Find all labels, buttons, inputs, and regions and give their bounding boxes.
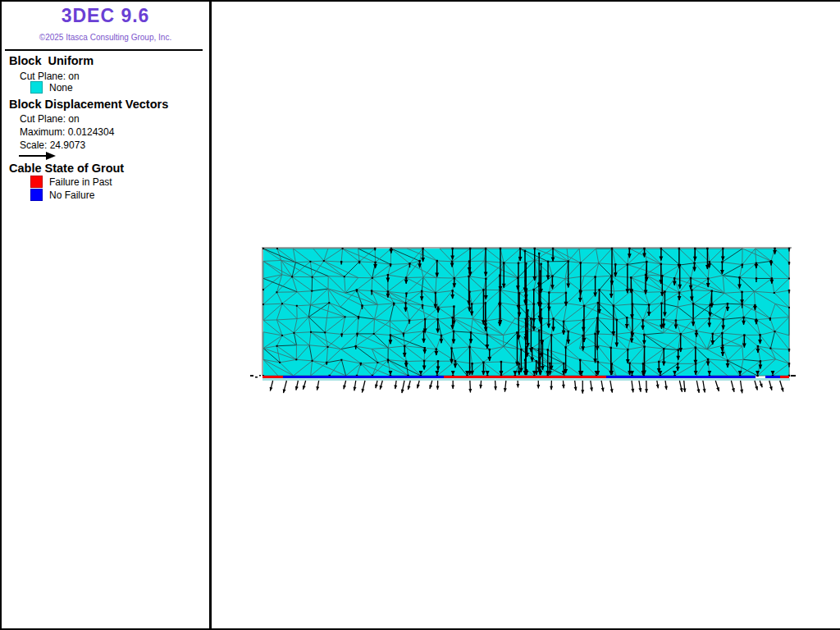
section-heading-cable-grout: Cable State of Grout — [9, 162, 124, 175]
copyright-text: ©2025 Itasca Consulting Group, Inc. — [2, 33, 209, 42]
grout-nofailure-label: No Failure — [49, 189, 94, 201]
app-title: 3DEC 9.6 — [2, 5, 209, 27]
displacement-scale-value: Scale: 24.9073 — [20, 139, 85, 151]
legend-sidebar: 3DEC 9.6 ©2025 Itasca Consulting Group, … — [2, 2, 212, 628]
block-color-swatch — [30, 81, 43, 94]
vector-scale-arrow-icon — [18, 151, 57, 161]
model-canvas[interactable] — [212, 2, 840, 628]
model-viewport[interactable] — [212, 2, 840, 628]
app-window: 3DEC 9.6 ©2025 Itasca Consulting Group, … — [0, 0, 840, 630]
grout-failure-label: Failure in Past — [49, 176, 112, 188]
section-heading-block-uniform: Block Uniform — [9, 54, 94, 67]
grout-failure-swatch — [30, 176, 43, 188]
header-separator — [5, 49, 203, 51]
section-heading-displacement-vectors: Block Displacement Vectors — [9, 98, 168, 111]
displacement-cutplane-status: Cut Plane: on — [20, 113, 80, 125]
block-color-label: None — [49, 82, 73, 94]
displacement-maximum-value: Maximum: 0.0124304 — [20, 126, 114, 138]
block-uniform-cutplane-status: Cut Plane: on — [20, 71, 80, 82]
grout-nofailure-swatch — [30, 189, 43, 201]
